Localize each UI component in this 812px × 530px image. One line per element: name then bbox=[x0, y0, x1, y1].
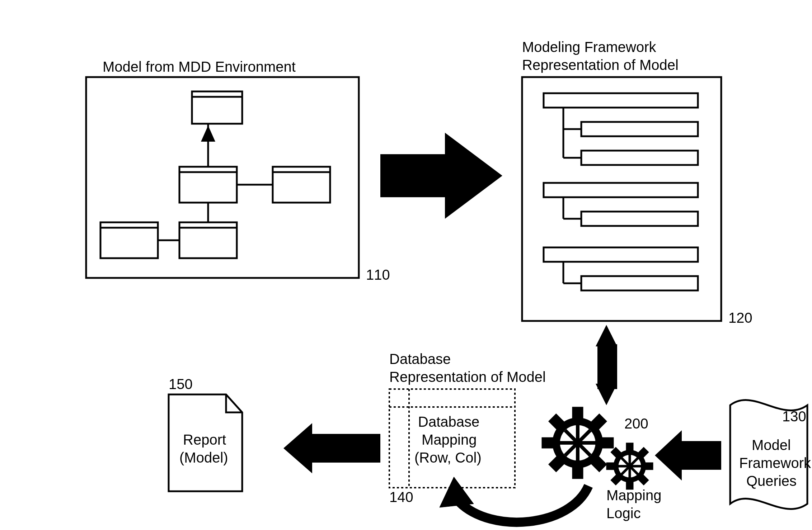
report-line-1: Report bbox=[183, 432, 226, 448]
svg-rect-34 bbox=[597, 344, 617, 389]
svg-rect-0 bbox=[86, 77, 359, 278]
svg-rect-53 bbox=[643, 463, 653, 470]
svg-rect-36 bbox=[572, 407, 583, 421]
svg-marker-33 bbox=[596, 325, 617, 346]
framework-title-1: Modeling Framework bbox=[522, 39, 656, 55]
svg-rect-54 bbox=[606, 463, 616, 470]
mdd-box bbox=[86, 77, 359, 278]
svg-marker-65 bbox=[655, 430, 721, 481]
svg-rect-38 bbox=[599, 437, 614, 448]
svg-rect-51 bbox=[626, 443, 633, 453]
mapping-gears bbox=[527, 392, 663, 499]
mdd-title: Model from MDD Environment bbox=[103, 59, 296, 75]
diagram-canvas: Model from MDD Environment 110 Modeling … bbox=[0, 0, 812, 530]
queries-ref: 130 bbox=[782, 408, 806, 424]
svg-rect-19 bbox=[581, 151, 698, 165]
svg-marker-15 bbox=[380, 133, 502, 219]
svg-rect-16 bbox=[522, 77, 721, 321]
mdd-ref: 110 bbox=[366, 267, 390, 283]
mapping-label-1: Mapping bbox=[606, 487, 661, 503]
mapping-ref: 200 bbox=[624, 416, 648, 431]
arrow-130-to-200 bbox=[655, 430, 721, 481]
arrow-140-to-150 bbox=[283, 423, 380, 473]
svg-marker-70 bbox=[283, 423, 380, 473]
framework-box bbox=[522, 77, 721, 321]
arrow-200-to-140 bbox=[440, 477, 588, 522]
svg-rect-18 bbox=[581, 122, 698, 136]
db-title-1: Database bbox=[389, 351, 451, 367]
db-cell-3: (Row, Col) bbox=[414, 450, 482, 465]
db-ref: 140 bbox=[389, 489, 413, 505]
report-ref: 150 bbox=[169, 376, 193, 392]
report-line-2: (Model) bbox=[179, 450, 228, 465]
db-cell-2: Mapping bbox=[422, 432, 477, 448]
framework-ref: 120 bbox=[728, 310, 752, 326]
svg-marker-69 bbox=[440, 477, 474, 507]
svg-rect-17 bbox=[544, 93, 698, 108]
db-title-2: Representation of Model bbox=[389, 369, 546, 385]
queries-line-2: Framework bbox=[739, 455, 811, 471]
mdd-uml-arrowhead bbox=[201, 126, 215, 142]
framework-title-2: Representation of Model bbox=[522, 57, 679, 73]
arrow-120-to-200-thick bbox=[597, 344, 617, 389]
svg-point-64 bbox=[627, 463, 633, 469]
svg-rect-23 bbox=[544, 183, 698, 197]
arrow-110-to-120 bbox=[380, 133, 502, 219]
svg-rect-24 bbox=[581, 212, 698, 226]
mapping-label-2: Logic bbox=[606, 505, 641, 521]
queries-line-1: Model bbox=[752, 437, 791, 453]
db-cell-1: Database bbox=[418, 414, 479, 430]
svg-rect-37 bbox=[572, 464, 583, 479]
queries-line-3: Queries bbox=[746, 473, 797, 489]
svg-point-49 bbox=[573, 439, 582, 447]
svg-rect-27 bbox=[544, 247, 698, 262]
svg-rect-39 bbox=[542, 437, 556, 448]
svg-rect-28 bbox=[581, 276, 698, 290]
